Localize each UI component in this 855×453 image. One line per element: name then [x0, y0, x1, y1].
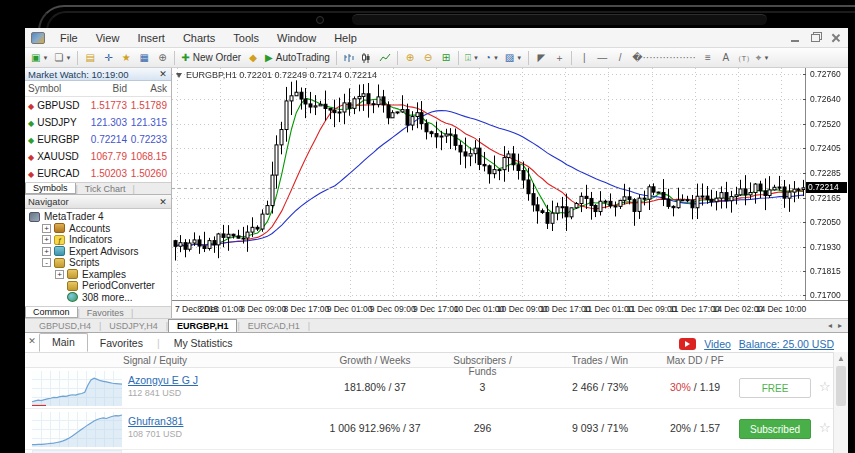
strategy-tester-icon[interactable]: ⊕	[154, 50, 170, 66]
line-chart-icon[interactable]	[377, 50, 393, 66]
terminal-scrollbar[interactable]: ▲	[833, 352, 848, 453]
menu-help[interactable]: Help	[325, 30, 366, 46]
price-axis-tick	[803, 173, 806, 174]
price-chart-canvas[interactable]	[172, 68, 805, 300]
terminal-tab-my-statistics[interactable]: My Statistics	[162, 335, 245, 352]
signal-name-link[interactable]: Azongyu E G J	[128, 374, 198, 386]
chart-tab-gbpusd-h4[interactable]: GBPUSD,H4	[31, 319, 99, 332]
vertical-line-icon[interactable]: |	[576, 50, 592, 66]
chart-dropdown-icon[interactable]	[176, 73, 182, 78]
tree-expand-icon[interactable]: +	[42, 247, 51, 256]
navigator-title: Navigator	[28, 196, 69, 207]
text-label-icon[interactable]: 🄣	[736, 50, 752, 66]
minimize-button[interactable]	[789, 32, 802, 43]
menu-file[interactable]: File	[51, 30, 87, 46]
bid-cell: 1.51773	[87, 100, 130, 111]
tree-expand-icon[interactable]: +	[42, 235, 51, 244]
crosshair-tool-icon[interactable]: ＋	[551, 50, 567, 66]
data-window-icon[interactable]: ✛	[100, 50, 116, 66]
action-button[interactable]: FREE	[739, 378, 811, 398]
fibonacci-icon[interactable]: �················	[630, 50, 698, 66]
terminal-tab-favorites[interactable]: Favorites	[88, 335, 155, 352]
new-chart-button[interactable]: ▣▼	[29, 50, 50, 66]
arrows-tool-button[interactable]: ⌖▼	[754, 50, 772, 66]
scroll-left-icon[interactable]: ◂	[828, 321, 832, 330]
menu-window[interactable]: Window	[268, 30, 325, 46]
navigator-close-icon[interactable]: ✕	[158, 197, 168, 207]
market-watch-row[interactable]: ◆USDJPY121.303121.315	[25, 114, 171, 131]
terminal-icon[interactable]: ▦	[136, 50, 152, 66]
new-order-button[interactable]: ✚New Order	[179, 50, 243, 66]
navigator-item-accounts[interactable]: +Accounts	[25, 223, 171, 235]
navigator-item-examples[interactable]: +Examples	[25, 269, 171, 281]
chart-tab-scroll: ◂▸	[828, 319, 842, 332]
menu-insert[interactable]: Insert	[128, 30, 174, 46]
navigator-icon[interactable]: ★	[118, 50, 134, 66]
market-watch-row[interactable]: ◆EURGBP0.722140.72233	[25, 131, 171, 148]
chart-tab-usdjpy-h4[interactable]: USDJPY,H4	[101, 319, 165, 332]
periods-button[interactable]: ◔▼	[483, 50, 501, 66]
text-tool-icon[interactable]: A	[718, 50, 734, 66]
navigator-item-308-more-[interactable]: 308 more...	[25, 292, 171, 304]
bar-chart-icon[interactable]	[341, 50, 357, 66]
scroll-up-icon[interactable]: ▲	[834, 354, 848, 363]
direction-diamond-icon: ◆	[28, 153, 34, 162]
trendline-icon[interactable]: /	[612, 50, 628, 66]
indicators-button[interactable]: ⍗▼	[463, 50, 481, 66]
equity-sparkline[interactable]	[32, 412, 122, 447]
market-watch-tab-tick-chart[interactable]: Tick Chart	[78, 183, 133, 194]
restore-button[interactable]	[809, 32, 822, 43]
menu-tools[interactable]: Tools	[224, 30, 268, 46]
market-watch-icon[interactable]: ▤	[82, 50, 98, 66]
market-watch-row[interactable]: ◆EURCAD1.502031.50260	[25, 165, 171, 182]
market-watch-tab-symbols[interactable]: Symbols	[25, 183, 76, 194]
chart-tab-eurgbp-h1[interactable]: EURGBP,H1	[168, 319, 237, 332]
metaeditor-icon[interactable]: ◆	[245, 50, 261, 66]
favorite-star-icon[interactable]: ☆	[819, 420, 831, 435]
market-watch-row[interactable]: ◆GBPUSD1.517731.51789	[25, 97, 171, 114]
zoom-in-icon[interactable]: ⊕	[402, 50, 418, 66]
tree-expand-icon[interactable]: +	[42, 224, 51, 233]
balance-link[interactable]: Balance: 25.00 USD	[739, 338, 834, 350]
navigator-item-periodconverter[interactable]: PeriodConverter	[25, 280, 171, 292]
chart-tab-eurcad-h1[interactable]: EURCAD,H1	[240, 319, 308, 332]
tile-windows-icon[interactable]: ⊞	[438, 50, 454, 66]
market-watch-close-icon[interactable]: ✕	[158, 69, 168, 79]
mt4-icon	[29, 212, 40, 222]
favorite-star-icon[interactable]: ☆	[819, 379, 831, 394]
zoom-out-icon[interactable]: ⊖	[420, 50, 436, 66]
templates-button[interactable]: ▨▼	[503, 50, 524, 66]
navigator-tab-favorites[interactable]: Favorites	[80, 307, 131, 318]
autotrading-button[interactable]: ▶AutoTrading	[263, 50, 332, 66]
horizontal-line-icon[interactable]: —	[594, 50, 610, 66]
menu-view[interactable]: View	[87, 30, 129, 46]
tree-expand-icon[interactable]: +	[55, 270, 64, 279]
profiles-button[interactable]: ❏▼	[52, 50, 73, 66]
close-button[interactable]	[829, 32, 842, 43]
terminal-tab-main[interactable]: Main	[39, 333, 88, 352]
navigator-item-metatrader-4[interactable]: MetaTrader 4	[25, 211, 171, 223]
menu-charts[interactable]: Charts	[174, 30, 224, 46]
action-button[interactable]: Subscribed	[739, 419, 811, 439]
tree-expand-icon[interactable]: -	[42, 258, 51, 267]
signal-name-cell: Azongyu E G J112 841 USD	[128, 374, 198, 398]
navigator-item-indicators[interactable]: +ƒIndicators	[25, 234, 171, 246]
video-play-icon[interactable]	[679, 338, 696, 350]
video-link[interactable]: Video	[704, 338, 731, 350]
candlestick-icon[interactable]	[359, 50, 375, 66]
cursor-tool-icon[interactable]: ◤	[533, 50, 549, 66]
time-axis-label: 14 Dec 10:00	[756, 304, 807, 314]
terminal-panel: ✕ MainFavorites|My Statistics Video Bala…	[25, 332, 848, 453]
device-notch	[352, 14, 767, 25]
navigator-item-scripts[interactable]: -Scripts	[25, 257, 171, 269]
market-watch-row[interactable]: ◆XAUUSD1067.791068.15	[25, 148, 171, 165]
navigator-tab-common[interactable]: Common	[25, 307, 78, 318]
navigator-item-expert-advisors[interactable]: +Expert Advisors	[25, 246, 171, 258]
equity-sparkline[interactable]	[32, 371, 122, 406]
scrollbar-thumb[interactable]	[836, 366, 846, 406]
scroll-right-icon[interactable]: ▸	[838, 321, 842, 330]
signal-name-link[interactable]: Ghufran381	[128, 415, 183, 427]
terminal-close-icon[interactable]: ✕	[25, 336, 39, 346]
bid-cell: 121.303	[87, 117, 130, 128]
equidistant-channel-icon[interactable]: ≡	[700, 50, 716, 66]
